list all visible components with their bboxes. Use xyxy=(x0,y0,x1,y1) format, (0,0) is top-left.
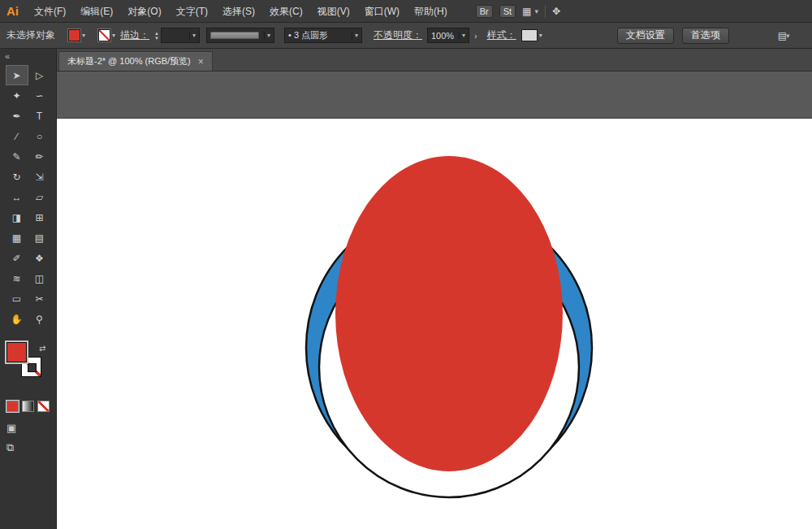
menu-object[interactable]: 对象(O) xyxy=(120,0,168,23)
stroke-panel-link[interactable]: 描边： xyxy=(120,28,149,42)
direct-selection-tool-icon: ▷ xyxy=(36,70,43,81)
chevron-down-icon[interactable]: ▾ xyxy=(82,32,85,39)
brush-definition-combobox[interactable]: • 3 点圆形 ▾ xyxy=(284,28,362,43)
drawing-modes-button[interactable]: ▣ xyxy=(6,422,16,434)
illustrator-window: Ai 文件(F)编辑(E)对象(O)文字(T)选择(S)效果(C)视图(V)窗口… xyxy=(0,0,812,529)
chevron-down-icon[interactable]: ▾ xyxy=(352,32,358,39)
arrange-documents-icon[interactable]: ▦ xyxy=(522,6,531,17)
cs-live-icon[interactable]: ✥ xyxy=(552,6,560,17)
chevron-down-icon[interactable]: ▾ xyxy=(189,32,196,39)
width-profile-combobox[interactable]: ▾ xyxy=(206,28,274,43)
paintbrush-tool-icon: ✎ xyxy=(12,151,20,163)
bridge-button[interactable]: Br xyxy=(476,5,493,18)
toolbar-collapse-button[interactable]: « xyxy=(0,49,10,62)
menu-type[interactable]: 文字(T) xyxy=(169,0,215,23)
chevron-down-icon[interactable]: ▾ xyxy=(264,32,270,39)
stepper-down-icon[interactable]: ▼ xyxy=(154,36,159,41)
selection-tool[interactable]: ➤ xyxy=(6,65,28,85)
chevron-down-icon: ▾ xyxy=(786,32,790,40)
style-swatch[interactable] xyxy=(521,29,538,41)
scale-tool[interactable]: ⇲ xyxy=(28,167,51,187)
stroke-color-swatch[interactable] xyxy=(98,29,110,41)
opacity-combobox[interactable]: 100% ▾ xyxy=(427,28,469,43)
pencil-tool-icon: ✏ xyxy=(35,151,43,163)
menu-view[interactable]: 视图(V) xyxy=(310,0,357,23)
illustrator-logo: Ai xyxy=(0,4,27,18)
line-segment-tool-icon: ∕ xyxy=(15,131,17,142)
document-tab[interactable]: 未标题-2* @ 100% (RGB/预览) × xyxy=(58,51,213,71)
artboard-tool[interactable]: ▭ xyxy=(6,288,28,309)
mesh-tool-icon: ▦ xyxy=(12,232,21,244)
menubar-right: Br St ▦ ▾ ✥ xyxy=(476,5,560,18)
opacity-flyout-icon[interactable]: › xyxy=(474,31,477,41)
stroke-weight-stepper[interactable]: ▲ ▼ xyxy=(154,31,159,41)
pen-tool-icon: ✒ xyxy=(12,111,20,122)
shape-builder-tool-icon: ◨ xyxy=(12,212,21,223)
chevron-down-icon[interactable]: ▾ xyxy=(534,7,538,15)
artboard-tool-icon: ▭ xyxy=(12,293,21,305)
free-transform-tool[interactable]: ▱ xyxy=(28,187,51,207)
artwork-svg xyxy=(57,72,812,529)
menu-help[interactable]: 帮助(H) xyxy=(407,0,455,23)
preferences-button[interactable]: 首选项 xyxy=(682,28,729,44)
screen-mode-button[interactable]: ⧉ xyxy=(6,441,14,454)
document-setup-button[interactable]: 文档设置 xyxy=(617,28,674,44)
stock-button[interactable]: St xyxy=(499,5,516,18)
blend-tool[interactable]: ❖ xyxy=(28,248,51,268)
red-ellipse[interactable] xyxy=(335,156,563,471)
menu-select[interactable]: 选择(S) xyxy=(215,0,262,23)
opacity-panel-link[interactable]: 不透明度： xyxy=(374,28,422,42)
hand-tool[interactable]: ✋ xyxy=(6,309,28,329)
swap-fill-stroke-icon[interactable]: ⇄ xyxy=(39,344,45,353)
width-tool-icon: ↔ xyxy=(12,192,22,203)
control-panel-menu[interactable]: ▤ ▾ xyxy=(778,30,790,41)
close-tab-icon[interactable]: × xyxy=(198,56,204,67)
fill-color-swatch[interactable] xyxy=(68,29,80,41)
color-mode-row xyxy=(6,401,56,412)
none-button[interactable] xyxy=(37,401,50,412)
menubar-divider xyxy=(545,5,546,18)
menu-edit[interactable]: 编辑(E) xyxy=(73,0,120,23)
gradient-button[interactable] xyxy=(22,401,34,412)
eyedropper-tool[interactable]: ✐ xyxy=(6,248,28,268)
style-panel-link[interactable]: 样式： xyxy=(487,28,516,42)
pen-tool[interactable]: ✒ xyxy=(6,106,28,126)
chevron-down-icon[interactable]: ▾ xyxy=(539,32,542,39)
shape-builder-tool[interactable]: ◨ xyxy=(6,207,28,228)
menu-effect[interactable]: 效果(C) xyxy=(262,0,310,23)
free-transform-tool-icon: ▱ xyxy=(36,192,43,203)
document-tab-title: 未标题-2* @ 100% (RGB/预览) xyxy=(67,55,191,67)
lasso-tool[interactable]: ∽ xyxy=(28,85,51,106)
ellipse-tool[interactable]: ○ xyxy=(28,126,51,146)
slice-tool[interactable]: ✂ xyxy=(28,288,51,309)
document-tab-bar: 未标题-2* @ 100% (RGB/预览) × xyxy=(57,49,812,72)
symbol-sprayer-tool-icon: ≋ xyxy=(12,273,20,284)
zoom-tool[interactable]: ⚲ xyxy=(28,309,51,329)
magic-wand-tool[interactable]: ✦ xyxy=(6,85,28,106)
workspace: 未标题-2* @ 100% (RGB/预览) × xyxy=(57,49,812,529)
pencil-tool[interactable]: ✏ xyxy=(28,146,51,167)
hand-tool-icon: ✋ xyxy=(11,314,23,325)
canvas-pasteboard[interactable] xyxy=(57,72,812,529)
chevron-down-icon[interactable]: ▾ xyxy=(112,32,115,39)
mesh-tool[interactable]: ▦ xyxy=(6,228,28,248)
chevron-down-icon[interactable]: ▾ xyxy=(459,32,465,39)
stroke-weight-combobox[interactable]: ▾ xyxy=(161,28,200,43)
direct-selection-tool[interactable]: ▷ xyxy=(28,65,51,85)
width-tool[interactable]: ↔ xyxy=(6,187,28,207)
symbol-sprayer-tool[interactable]: ≋ xyxy=(6,268,28,288)
tool-grid: ➤▷✦∽✒T∕○✎✏↻⇲↔▱◨⊞▦▤✐❖≋◫▭✂✋⚲ xyxy=(0,65,56,329)
rotate-tool[interactable]: ↻ xyxy=(6,167,28,187)
fill-swatch[interactable] xyxy=(6,342,27,362)
column-graph-tool[interactable]: ◫ xyxy=(28,268,51,288)
color-button[interactable] xyxy=(6,401,19,412)
perspective-grid-tool[interactable]: ⊞ xyxy=(28,207,51,228)
gradient-tool[interactable]: ▤ xyxy=(28,228,51,248)
menu-file[interactable]: 文件(F) xyxy=(27,0,73,23)
menu-window[interactable]: 窗口(W) xyxy=(357,0,407,23)
scale-tool-icon: ⇲ xyxy=(35,171,43,183)
magic-wand-tool-icon: ✦ xyxy=(12,90,20,102)
type-tool[interactable]: T xyxy=(28,106,51,126)
paintbrush-tool[interactable]: ✎ xyxy=(6,146,28,167)
line-segment-tool[interactable]: ∕ xyxy=(6,126,28,146)
